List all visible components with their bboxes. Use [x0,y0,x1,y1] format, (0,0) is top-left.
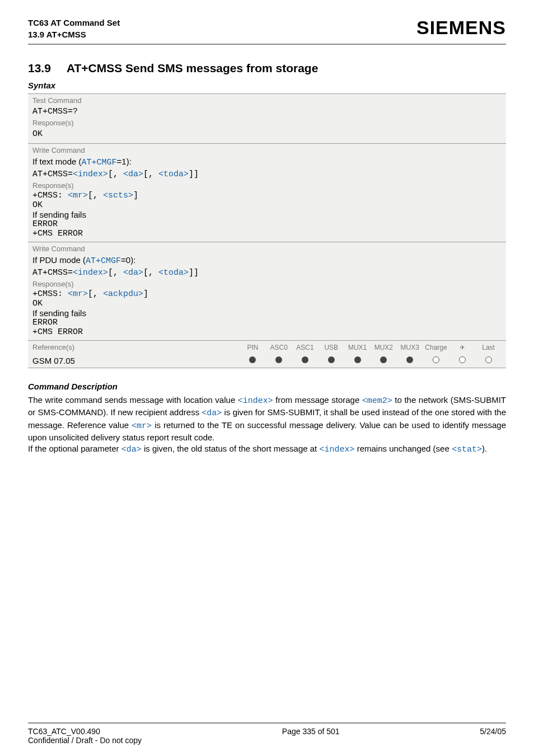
dot-mux3 [406,356,413,363]
col-usb: USB [318,344,344,351]
write-text-mode: If text mode (AT+CMGF=1): [32,154,502,170]
write-text-response: +CMSS: <mr>[, <scts>] OK If sending fail… [32,190,502,240]
write-text-block: Write Command If text mode (AT+CMGF=1): … [28,143,506,242]
col-charge: Charge [423,344,449,351]
param-stat-desc[interactable]: <stat> [452,445,482,454]
param-mem2-desc[interactable]: <mem2> [362,396,392,406]
col-asc1: ASC1 [292,344,318,351]
reference-label: Reference(s) [32,343,240,351]
test-command-label: Test Command [32,96,502,105]
atcmgf-link[interactable]: AT+CMGF [82,158,117,167]
test-command-block: Test Command AT+CMSS=? Response(s) OK [28,93,506,143]
section-title: AT+CMSS Send SMS messages from storage [67,62,318,74]
col-mux3: MUX3 [397,344,423,351]
write-pdu-label: Write Command [32,245,502,253]
command-description-body: The write command sends message with loc… [28,395,506,456]
param-scts[interactable]: <scts> [103,191,133,200]
write-text-cmd: AT+CMSS=<index>[, <da>[, <toda>]] [32,170,502,181]
param-toda-2[interactable]: <toda> [158,268,189,278]
col-mux1: MUX1 [344,344,371,351]
write-pdu-block: Write Command If PDU mode (AT+CMGF=0): A… [28,242,506,340]
write-text-resp-label: Response(s) [32,181,502,190]
write-pdu-response: +CMSS: <mr>[, <ackpdu>] OK If sending fa… [32,288,502,338]
footer-right: 5/24/05 [480,727,506,745]
section-heading: 13.9AT+CMSS Send SMS messages from stora… [28,62,506,75]
reference-header-row: Reference(s) PIN ASC0 ASC1 USB MUX1 MUX2… [28,340,506,354]
param-mr-desc[interactable]: <mr> [132,421,152,431]
write-pdu-resp-label: Response(s) [32,280,502,288]
col-pin: PIN [240,344,266,351]
section-number: 13.9 [28,62,51,75]
doc-title: TC63 AT Command Set [28,17,120,29]
test-response-label: Response(s) [32,119,502,127]
footer-center: Page 335 of 501 [282,727,340,745]
param-index-desc[interactable]: <index> [238,396,273,406]
write-text-label: Write Command [32,146,502,154]
dot-asc0 [275,356,282,363]
param-da-2[interactable]: <da> [123,268,143,278]
dot-airplane [459,356,466,363]
page-header: TC63 AT Command Set 13.9 AT+CMSS SIEMENS [28,17,506,45]
header-left: TC63 AT Command Set 13.9 AT+CMSS [28,17,120,40]
dot-asc1 [302,356,308,363]
param-index-desc2[interactable]: <index> [319,445,354,454]
param-index[interactable]: <index> [73,170,108,179]
reference-value-row: GSM 07.05 [28,354,506,368]
dot-mux2 [380,356,387,363]
dot-pin [249,356,256,363]
dot-mux1 [354,356,361,363]
dot-charge [433,356,439,363]
param-ackpdu[interactable]: <ackpdu> [103,289,143,299]
col-airplane: ✈ [449,344,475,351]
reference-columns: PIN ASC0 ASC1 USB MUX1 MUX2 MUX3 Charge … [240,344,502,351]
test-command-cmd: AT+CMSS=? [32,105,502,119]
test-response: OK [32,127,502,141]
param-toda[interactable]: <toda> [158,170,189,179]
param-mr-2[interactable]: <mr> [68,289,88,299]
reference-value: GSM 07.05 [32,356,240,365]
dot-usb [328,356,335,363]
syntax-label: Syntax [28,81,506,90]
write-pdu-mode: If PDU mode (AT+CMGF=0): [32,253,502,268]
col-last: Last [475,344,502,351]
page-footer: TC63_ATC_V00.490 Confidential / Draft - … [28,722,506,745]
param-index-2[interactable]: <index> [73,268,108,278]
param-da-desc2[interactable]: <da> [121,445,142,454]
write-pdu-cmd: AT+CMSS=<index>[, <da>[, <toda>]] [32,268,502,280]
param-da[interactable]: <da> [123,170,143,179]
atcmgf-link-2[interactable]: AT+CMGF [86,256,121,266]
dot-last [485,356,492,363]
reference-dots [240,356,502,365]
param-da-desc[interactable]: <da> [202,408,222,418]
col-asc0: ASC0 [266,344,292,351]
param-mr[interactable]: <mr> [68,191,88,200]
col-mux2: MUX2 [371,344,397,351]
doc-subtitle: 13.9 AT+CMSS [28,29,120,40]
command-description-heading: Command Description [28,382,506,391]
footer-left: TC63_ATC_V00.490 Confidential / Draft - … [28,727,142,745]
brand-logo: SIEMENS [416,17,506,39]
